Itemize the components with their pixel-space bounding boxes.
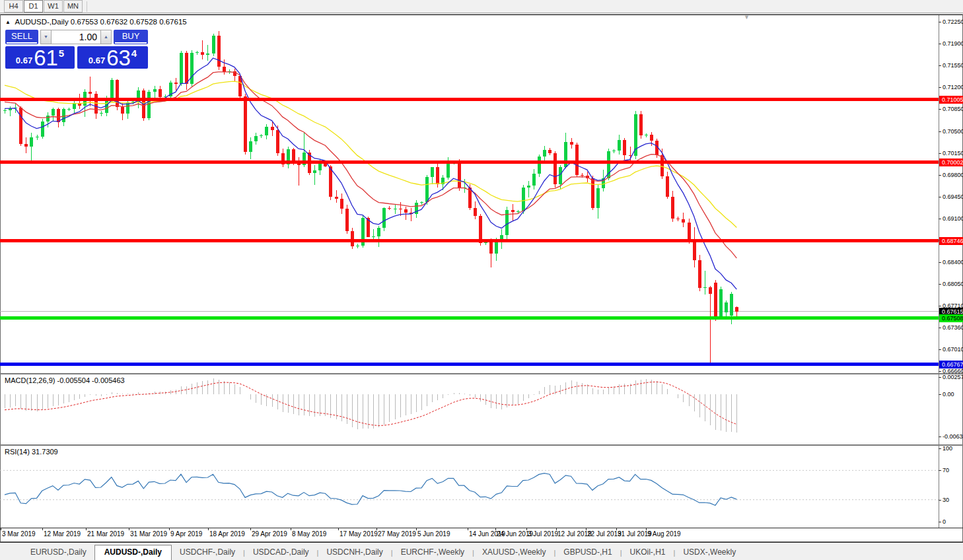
timeframe-button-h4[interactable]: H4 xyxy=(4,0,23,13)
macd-pane[interactable] xyxy=(0,374,939,444)
time-axis-tick xyxy=(208,528,209,530)
time-axis-label: 8 May 2019 xyxy=(292,530,326,538)
price-axis-tick-label: 0.71900 xyxy=(943,40,963,47)
price-axis-tick xyxy=(939,153,941,154)
time-axis-label: 12 Mar 2019 xyxy=(44,530,81,538)
price-axis-tick xyxy=(939,65,941,66)
price-line-badge: 0.67508 xyxy=(939,314,963,322)
volume-input[interactable] xyxy=(52,30,100,44)
timeframe-button-w1[interactable]: W1 xyxy=(44,0,63,13)
buy-price-prefix: 0.67 xyxy=(89,55,105,65)
tab-usdcnh-daily[interactable]: USDCNH-,Daily xyxy=(318,545,390,560)
tab-gbpusd-h1[interactable]: GBPUSD-,H1 xyxy=(555,545,620,560)
timeframe-button-d1[interactable]: D1 xyxy=(24,0,43,13)
volume-decrease-icon[interactable]: ▼ xyxy=(40,30,52,44)
price-axis-tick-label: 30 xyxy=(943,497,949,503)
sell-price-prefix: 0.67 xyxy=(16,55,32,65)
hline-0.67615[interactable] xyxy=(0,311,939,312)
tab-xauusd-weekly[interactable]: XAUUSD-,Weekly xyxy=(474,545,553,560)
volume-increase-icon[interactable]: ▲ xyxy=(100,30,112,44)
chart-collapse-icon[interactable]: ▲ xyxy=(5,19,11,25)
time-axis-label: 9 Aug 2019 xyxy=(647,530,681,538)
price-axis-tick xyxy=(939,22,941,22)
time-axis-tick xyxy=(616,528,617,530)
time-axis-tick xyxy=(169,528,170,530)
time-axis-tick xyxy=(376,528,377,530)
price-axis-tick-label: 0.70500 xyxy=(943,128,963,135)
sell-price-main: 61 xyxy=(34,48,58,68)
sell-button[interactable]: SELL xyxy=(5,30,38,44)
price-axis-tick xyxy=(939,87,941,88)
time-axis-tick xyxy=(338,528,339,530)
price-axis-tick-label: 100 xyxy=(943,445,952,452)
timeframe-button-mn[interactable]: MN xyxy=(63,0,83,13)
price-axis-tick xyxy=(939,131,941,132)
price-axis-tick-label: 0.69450 xyxy=(943,193,963,200)
chart-ohlc-values: 0.67553 0.67632 0.67528 0.67615 xyxy=(71,18,187,26)
tab-eurchf-weekly[interactable]: EURCHF-,Weekly xyxy=(393,545,472,560)
price-axis-tick-label: 0.70150 xyxy=(943,150,963,157)
hline-0.67508[interactable] xyxy=(0,316,939,320)
time-axis-tick xyxy=(495,528,496,530)
time-axis-tick xyxy=(468,528,468,530)
price-axis-tick xyxy=(939,44,941,44)
time-axis-tick xyxy=(291,528,291,530)
rsi-indicator-label: RSI(14) 31.7309 xyxy=(5,448,58,456)
price-axis-tick-label: 0.70850 xyxy=(943,106,963,112)
sell-price-tile[interactable]: 0.67 61 5 xyxy=(5,46,75,69)
price-axis-tick-label: 0.72250 xyxy=(943,18,963,25)
price-axis-tick xyxy=(939,109,941,110)
time-axis-label: 17 May 2019 xyxy=(339,530,378,538)
chart-shift-marker-icon[interactable]: ▼ xyxy=(744,14,750,20)
price-axis-tick xyxy=(939,500,941,501)
hline-0.66767[interactable] xyxy=(0,363,939,366)
ma-line xyxy=(5,58,736,289)
sell-price-pip: 5 xyxy=(59,48,64,59)
one-click-trading-panel: SELL ▼ ▲ BUY 0.67 61 5 0.67 63 4 xyxy=(5,30,148,69)
price-line-badge: 0.66767 xyxy=(939,361,963,368)
price-axis-tick-label: 0.68400 xyxy=(943,259,963,265)
price-line-badge: 0.68746 xyxy=(939,237,963,245)
price-axis[interactable]: 0.722500.719000.715500.712000.708500.705… xyxy=(939,15,963,542)
tab-ukoil-h1[interactable]: UKOil-,H1 xyxy=(622,545,674,560)
price-axis-tick-label: 0.71550 xyxy=(943,62,963,69)
price-axis-tick xyxy=(939,197,941,197)
time-axis-label: 27 May 2019 xyxy=(378,530,416,538)
chart-title: ▲ AUDUSD-,Daily 0.67553 0.67632 0.67528 … xyxy=(5,18,187,26)
rsi-pane[interactable] xyxy=(0,446,939,528)
price-axis-tick-label: 0 xyxy=(943,518,946,525)
timeframe-toolbar: H4D1W1MN xyxy=(0,0,963,13)
price-axis-tick xyxy=(939,522,941,522)
hline-0.71005[interactable] xyxy=(0,98,939,101)
tab-eurusd-daily[interactable]: EURUSD-,Daily xyxy=(22,545,94,560)
ma-line xyxy=(5,81,736,227)
hline-0.68746[interactable] xyxy=(0,239,939,242)
price-axis-tick-label: 0.69800 xyxy=(943,172,963,178)
toolbar-separator xyxy=(87,1,87,12)
hline-0.70002[interactable] xyxy=(0,160,939,164)
time-axis-tick xyxy=(556,528,557,530)
time-axis-tick xyxy=(1,528,1,530)
price-axis-tick-label: 0.69100 xyxy=(943,215,963,222)
buy-button[interactable]: BUY xyxy=(114,30,148,44)
buy-price-pip: 4 xyxy=(131,48,137,59)
time-axis-tick xyxy=(586,528,587,530)
buy-price-main: 63 xyxy=(106,48,131,68)
price-chart-pane[interactable] xyxy=(0,15,939,373)
price-axis-tick xyxy=(939,394,941,395)
price-axis-tick xyxy=(939,371,941,372)
time-axis-label: 29 Apr 2019 xyxy=(252,530,287,538)
time-axis-label: 31 Mar 2019 xyxy=(130,530,167,538)
tab-usdx-weekly[interactable]: USDX-,Weekly xyxy=(675,545,744,560)
tab-usdchf-daily[interactable]: USDCHF-,Daily xyxy=(172,545,243,560)
price-axis-tick xyxy=(939,377,941,378)
tab-audusd-daily[interactable]: AUDUSD-,Daily xyxy=(94,545,172,560)
time-axis-tick xyxy=(646,528,647,530)
time-axis-label: 3 Jul 2019 xyxy=(528,530,558,538)
time-axis-label: 31 Jul 2019 xyxy=(618,530,652,538)
price-axis-tick xyxy=(939,349,941,350)
tab-usdcad-daily[interactable]: USDCAD-,Daily xyxy=(245,545,317,560)
buy-price-tile[interactable]: 0.67 63 4 xyxy=(77,46,148,69)
price-axis-tick-label: 0.68050 xyxy=(943,281,963,287)
price-line-badge: 0.70002 xyxy=(939,158,963,166)
